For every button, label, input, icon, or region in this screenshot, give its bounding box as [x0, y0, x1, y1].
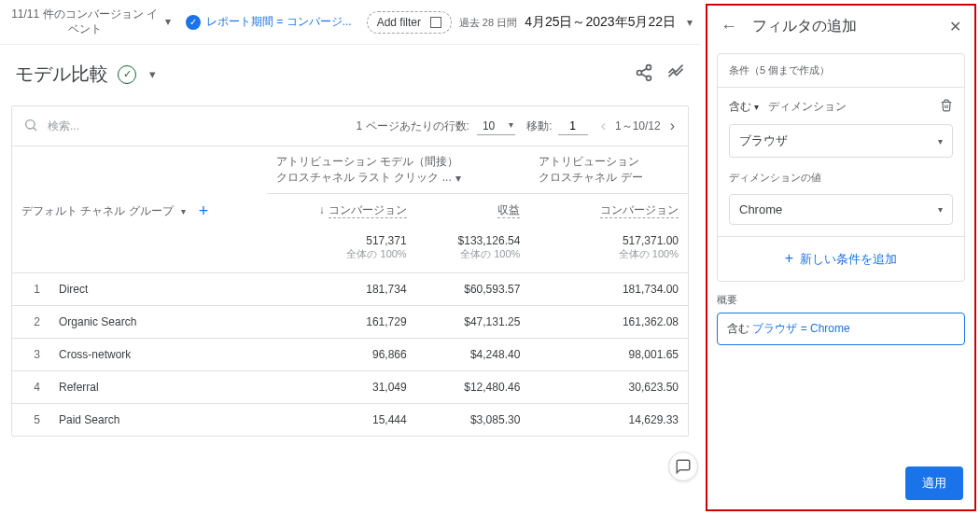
svg-point-2: [647, 76, 651, 80]
conditions-header: 条件（5 個まで作成）: [718, 54, 964, 88]
filter-square-icon: [430, 17, 441, 28]
panel-title: フィルタの追加: [752, 17, 934, 36]
table-row[interactable]: 4Referral31,049$12,480.4630,623.50: [12, 370, 688, 403]
include-selector[interactable]: 含む ▾: [729, 99, 759, 115]
svg-line-3: [641, 68, 647, 71]
dimension-selector[interactable]: デフォルト チャネル グループ▾ +: [21, 202, 258, 221]
table-row[interactable]: 2Organic Search161,729$47,131.25161,362.…: [12, 305, 688, 338]
attribution-model-2-selector[interactable]: クロスチャネル デー: [539, 170, 679, 186]
conversion-events-selector[interactable]: 11/11 件のコンバージョン イベント ▾: [7, 7, 171, 36]
svg-point-1: [637, 71, 642, 76]
back-button[interactable]: ←: [721, 17, 737, 36]
search-input[interactable]: 検索...: [23, 118, 345, 135]
add-filter-panel: ← フィルタの追加 ✕ 条件（5 個まで作成） 含む ▾ ディメンション ブラウ…: [706, 4, 976, 511]
pager-text: 1～10/12: [615, 118, 661, 134]
data-table-card: 検索... 1 ページあたりの行数: 10 移動: ‹ 1～10/12 › アト…: [11, 105, 689, 437]
apply-button[interactable]: 適用: [905, 466, 963, 500]
attribution-model-1-selector[interactable]: クロスチャネル ラスト クリック ...▾: [276, 170, 521, 186]
metric-conversions-2[interactable]: コンバージョン: [600, 203, 679, 218]
share-icon[interactable]: [635, 63, 653, 85]
add-filter-button[interactable]: Add filter: [367, 11, 452, 34]
rows-per-page[interactable]: 1 ページあたりの行数: 10: [357, 118, 516, 135]
dimension-value-select[interactable]: Chrome▾: [729, 194, 953, 225]
close-button[interactable]: ✕: [949, 18, 961, 35]
svg-point-0: [647, 65, 651, 70]
check-circle-icon: ✓: [186, 15, 201, 30]
metric-revenue[interactable]: 収益: [497, 203, 520, 218]
chevron-down-icon: ▾: [165, 15, 171, 30]
attribution-model-2-label: アトリビューション: [539, 154, 679, 170]
dimension-label: ディメンション: [768, 99, 931, 115]
summary-chip: 含む ブラウザ = Chrome: [717, 313, 965, 345]
summary-label: 概要: [717, 293, 965, 307]
dimension-value-label: ディメンションの値: [729, 171, 953, 185]
delete-condition-button[interactable]: [940, 99, 953, 115]
goto-input[interactable]: [558, 118, 588, 135]
report-period-chip[interactable]: ✓ レポート期間 = コンバージ...: [176, 10, 361, 34]
goto-label: 移動:: [526, 118, 552, 134]
add-dimension-button[interactable]: +: [199, 202, 209, 221]
svg-point-5: [26, 119, 35, 128]
svg-line-6: [34, 127, 36, 130]
insights-icon[interactable]: [666, 63, 685, 85]
chevron-down-icon[interactable]: ▾: [149, 67, 156, 81]
table-row[interactable]: 5Paid Search15,444$3,085.3014,629.33: [12, 403, 688, 436]
dimension-select[interactable]: ブラウザ▾: [729, 124, 953, 158]
search-icon: [23, 118, 38, 135]
feedback-button[interactable]: [668, 452, 698, 481]
table-row[interactable]: 3Cross-network96,866$4,248.4098,001.65: [12, 338, 688, 370]
chevron-down-icon: ▾: [687, 16, 693, 29]
next-page-button[interactable]: ›: [668, 116, 677, 136]
page-title: モデル比較: [15, 62, 108, 87]
svg-line-4: [641, 74, 647, 77]
prev-page-button[interactable]: ‹: [599, 116, 608, 136]
date-range-selector[interactable]: 過去 28 日間 4月25日～2023年5月22日 ▾: [459, 14, 693, 31]
metric-conversions[interactable]: コンバージョン: [329, 203, 407, 218]
attribution-model-1-label: アトリビューション モデル（間接）: [276, 154, 521, 170]
topbar: 11/11 件のコンバージョン イベント ▾ ✓ レポート期間 = コンバージ.…: [0, 0, 700, 45]
table-row[interactable]: 1Direct181,734$60,593.57181,734.00: [12, 272, 688, 305]
sort-arrow-icon[interactable]: ↓: [319, 203, 325, 216]
add-condition-button[interactable]: + 新しい条件を追加: [718, 236, 964, 281]
status-check-icon[interactable]: ✓: [118, 65, 136, 84]
